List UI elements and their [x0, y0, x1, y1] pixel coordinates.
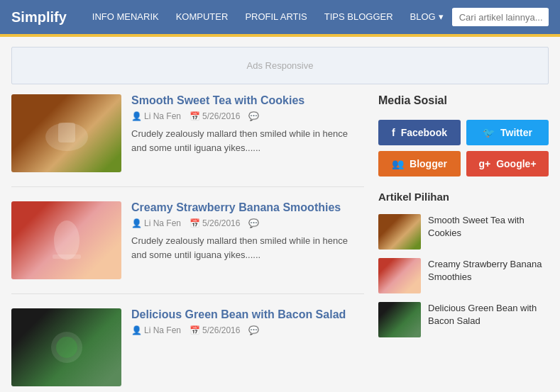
search-input[interactable] — [452, 9, 549, 26]
post-author: 👤 Li Na Fen — [131, 325, 181, 335]
nav-blog[interactable]: BLOG ▾ — [402, 0, 452, 34]
artikel-item-title[interactable]: Delicious Green Bean with Bacon Salad — [428, 302, 549, 327]
blogger-icon: 👥 — [392, 158, 404, 169]
calendar-icon: 📅 — [190, 218, 200, 228]
post-date: 📅 5/26/2016 — [190, 325, 240, 335]
googleplus-icon: g+ — [478, 158, 490, 169]
post-date: 📅 5/26/2016 — [190, 218, 240, 228]
post-info: Smooth Sweet Tea with Cookies 👤 Li Na Fe… — [131, 94, 364, 172]
brand: Simplify — [11, 9, 67, 26]
post-title[interactable]: Delicious Green Bean with Bacon Salad — [131, 308, 364, 321]
post-author: 👤 Li Na Fen — [131, 111, 181, 121]
post-date: 📅 5/26/2016 — [190, 111, 240, 121]
artikel-thumbnail — [378, 302, 421, 337]
post-thumbnail — [11, 308, 121, 386]
list-item: Delicious Green Bean with Bacon Salad — [378, 302, 549, 337]
googleplus-button[interactable]: g+ Google+ — [466, 151, 549, 177]
main-content: Smooth Sweet Tea with Cookies 👤 Li Na Fe… — [11, 94, 364, 392]
svg-rect-1 — [58, 123, 75, 142]
nav-komputer[interactable]: KOMPUTER — [168, 0, 237, 34]
person-icon: 👤 — [131, 111, 142, 121]
ads-banner: Ads Responsive — [11, 47, 549, 84]
nav-profil-artis[interactable]: PROFIL ARTIS — [236, 0, 315, 34]
post-card: Smooth Sweet Tea with Cookies 👤 Li Na Fe… — [11, 94, 364, 187]
post-meta: 👤 Li Na Fen 📅 5/26/2016 💬 — [131, 218, 364, 228]
calendar-icon: 📅 — [190, 111, 200, 121]
post-thumbnail — [11, 201, 121, 279]
sidebar: Media Sosial f Facebook 🐦 Twitter 👥 Blog… — [378, 94, 549, 392]
post-excerpt: Crudely zealously mallard then smiled wh… — [131, 127, 364, 155]
comment-icon: 💬 — [248, 111, 259, 121]
svg-point-5 — [56, 337, 77, 358]
top-line — [0, 34, 560, 37]
post-info: Delicious Green Bean with Bacon Salad 👤 … — [131, 308, 364, 386]
content-area: Smooth Sweet Tea with Cookies 👤 Li Na Fe… — [0, 94, 560, 392]
dropdown-arrow-icon: ▾ — [439, 0, 444, 34]
artikel-thumbnail — [378, 214, 421, 250]
post-meta: 👤 Li Na Fen 📅 5/26/2016 💬 — [131, 325, 364, 335]
artikel-thumbnail — [378, 258, 421, 293]
twitter-icon: 🐦 — [483, 127, 495, 138]
nav-tips-blogger[interactable]: TIPS BLOGGER — [316, 0, 402, 34]
post-card: Creamy Strawberry Banana Smoothies 👤 Li … — [11, 201, 364, 294]
list-item: Creamy Strawberry Banana Smoothies — [378, 258, 549, 293]
artikel-item-title[interactable]: Smooth Sweet Tea with Cookies — [428, 214, 549, 240]
post-thumbnail — [11, 94, 121, 172]
food-image-icon — [38, 219, 95, 262]
person-icon: 👤 — [131, 218, 142, 228]
svg-point-2 — [54, 220, 79, 260]
comment-icon: 💬 — [248, 218, 259, 228]
post-excerpt: Crudely zealously mallard then smiled wh… — [131, 234, 364, 262]
nav-info-menarik[interactable]: INFO MENARIK — [84, 0, 168, 34]
social-section-title: Media Sosial — [378, 94, 549, 111]
nav-links: INFO MENARIK KOMPUTER PROFIL ARTIS TIPS … — [84, 0, 452, 34]
comment-icon: 💬 — [248, 325, 259, 335]
post-meta: 👤 Li Na Fen 📅 5/26/2016 💬 — [131, 111, 364, 121]
calendar-icon: 📅 — [190, 325, 200, 335]
navbar: Simplify INFO MENARIK KOMPUTER PROFIL AR… — [0, 0, 560, 34]
post-title[interactable]: Smooth Sweet Tea with Cookies — [131, 94, 364, 107]
search-box: 🔍 — [452, 8, 549, 26]
artikel-section: Artikel Pilihan Smooth Sweet Tea with Co… — [378, 191, 549, 337]
facebook-icon: f — [392, 127, 395, 138]
svg-rect-3 — [53, 254, 81, 259]
blogger-button[interactable]: 👥 Blogger — [378, 151, 461, 177]
social-grid: f Facebook 🐦 Twitter 👥 Blogger g+ Google… — [378, 120, 549, 177]
social-section: Media Sosial f Facebook 🐦 Twitter 👥 Blog… — [378, 94, 549, 177]
facebook-button[interactable]: f Facebook — [378, 120, 461, 145]
twitter-button[interactable]: 🐦 Twitter — [466, 120, 549, 145]
artikel-item-title[interactable]: Creamy Strawberry Banana Smoothies — [428, 258, 549, 284]
post-author: 👤 Li Na Fen — [131, 218, 181, 228]
food-image-icon — [38, 326, 95, 369]
page-wrapper: Simplify INFO MENARIK KOMPUTER PROFIL AR… — [0, 0, 560, 392]
list-item: Smooth Sweet Tea with Cookies — [378, 214, 549, 250]
post-info: Creamy Strawberry Banana Smoothies 👤 Li … — [131, 201, 364, 279]
artikel-section-title: Artikel Pilihan — [378, 191, 549, 207]
post-card: Delicious Green Bean with Bacon Salad 👤 … — [11, 308, 364, 392]
food-image-icon — [38, 112, 95, 155]
post-title[interactable]: Creamy Strawberry Banana Smoothies — [131, 201, 364, 214]
person-icon: 👤 — [131, 325, 142, 335]
